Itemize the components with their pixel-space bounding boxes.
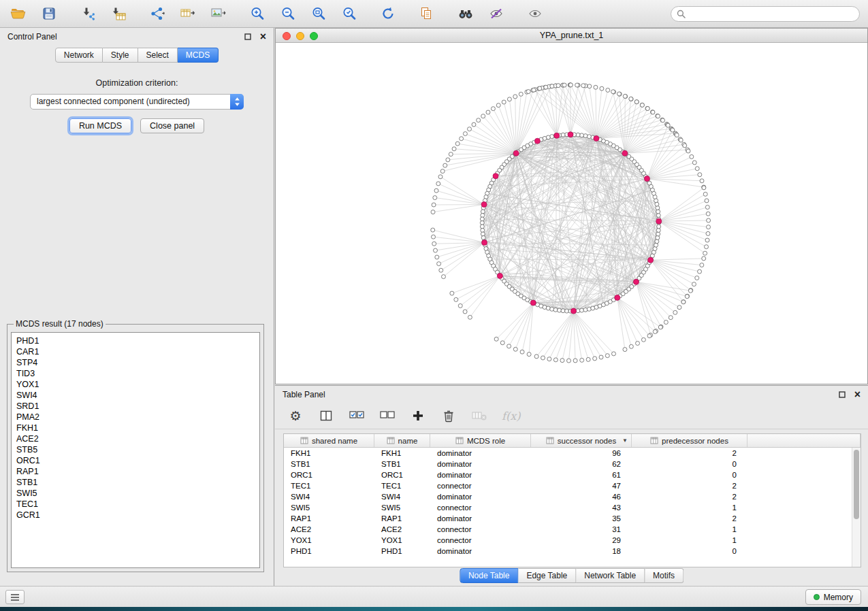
delete-row-button[interactable] [440, 407, 457, 425]
show-panels-button[interactable] [5, 590, 25, 604]
table-row[interactable]: ORC1ORC1dominator610 [284, 469, 852, 480]
import-table-button[interactable] [108, 4, 129, 23]
float-panel-icon[interactable] [244, 33, 251, 40]
table-cell: dominator [430, 547, 531, 555]
close-table-panel-icon[interactable]: × [854, 389, 861, 400]
mcds-result-item[interactable]: SWI5 [16, 488, 255, 499]
refresh-view-button[interactable] [378, 4, 398, 23]
criterion-selected-value: largest connected component (undirected) [37, 97, 190, 106]
mcds-result-item[interactable]: RAP1 [16, 466, 255, 477]
zoom-selected-button[interactable] [339, 4, 359, 23]
mcds-result-item[interactable]: STB5 [16, 444, 255, 455]
zoom-in-button[interactable] [247, 4, 268, 23]
mcds-result-item[interactable]: STP4 [16, 357, 255, 368]
close-panel-icon[interactable]: × [260, 31, 266, 42]
column-attribute-icon [300, 437, 308, 444]
network-view-titlebar[interactable]: YPA_prune.txt_1 [276, 29, 867, 43]
table-cell: YOX1 [374, 536, 430, 544]
mcds-result-item[interactable]: FKH1 [16, 423, 255, 433]
table-row[interactable]: FKH1FKH1dominator962 [284, 448, 852, 459]
tab-edge-table[interactable]: Edge Table [518, 568, 576, 583]
scrollbar-thumb[interactable] [854, 450, 859, 519]
tab-mcds[interactable]: MCDS [178, 48, 219, 63]
zoom-window-icon[interactable] [310, 32, 318, 40]
open-session-button[interactable] [8, 4, 29, 23]
column-header-successor-nodes[interactable]: successor nodes▼ [531, 434, 632, 447]
column-header-name[interactable]: name [374, 434, 430, 447]
column-header-shared-name[interactable]: shared name [284, 434, 374, 447]
table-cell: RAP1 [284, 514, 374, 523]
select-all-button[interactable] [349, 407, 365, 425]
zoom-out-button[interactable] [278, 4, 298, 23]
network-graph[interactable] [276, 43, 867, 384]
search-field[interactable] [671, 6, 860, 22]
hide-graphics-button[interactable] [486, 4, 507, 23]
find-binoculars-button[interactable] [455, 4, 476, 23]
export-image-button[interactable] [208, 4, 229, 23]
mcds-result-item[interactable]: CAR1 [16, 346, 255, 357]
criterion-dropdown[interactable]: largest connected component (undirected) [30, 94, 244, 110]
mcds-result-item[interactable]: SRD1 [16, 401, 255, 412]
table-cell: dominator [430, 514, 531, 523]
table-cell: 29 [531, 536, 632, 544]
show-graphics-button[interactable] [525, 4, 545, 23]
memory-status-icon [814, 594, 820, 600]
search-input[interactable] [690, 9, 854, 18]
mcds-result-item[interactable]: GCR1 [16, 510, 255, 521]
mcds-result-item[interactable]: PMA2 [16, 412, 255, 423]
table-row[interactable]: RAP1RAP1dominator352 [284, 513, 852, 524]
table-scrollbar[interactable] [852, 448, 861, 567]
mcds-result-item[interactable]: SWI4 [16, 390, 255, 401]
table-row[interactable]: YOX1YOX1connector291 [284, 535, 852, 546]
column-header-predecessor-nodes[interactable]: predecessor nodes [632, 434, 748, 447]
toolbar-group [247, 4, 359, 23]
tab-network[interactable]: Network [55, 48, 103, 63]
run-mcds-button[interactable]: Run MCDS [69, 118, 131, 133]
table-row[interactable]: TEC1TEC1connector472 [284, 480, 852, 491]
zoom-fit-button[interactable] [308, 4, 329, 23]
tab-network-table[interactable]: Network Table [576, 568, 645, 583]
mcds-result-item[interactable]: YOX1 [16, 379, 255, 390]
mcds-result-item[interactable]: PHD1 [16, 335, 255, 346]
table-row[interactable]: SWI5SWI5connector431 [284, 502, 852, 513]
export-table-button[interactable] [178, 4, 198, 23]
import-network-button[interactable] [78, 4, 98, 23]
table-row[interactable]: ACE2ACE2connector311 [284, 524, 852, 535]
sort-arrow-icon[interactable]: ▼ [622, 437, 628, 444]
clone-network-button[interactable] [417, 4, 437, 23]
deselect-all-button[interactable] [379, 407, 396, 425]
split-panel-button[interactable] [318, 407, 334, 425]
table-cell: 96 [531, 449, 632, 457]
save-session-button[interactable] [39, 4, 59, 23]
panel-list-icon [10, 593, 20, 601]
memory-label: Memory [824, 593, 853, 602]
mcds-result-item[interactable]: STB1 [16, 477, 255, 488]
mcds-result-item[interactable]: ORC1 [16, 455, 255, 466]
memory-button[interactable]: Memory [805, 589, 861, 605]
tab-node-table[interactable]: Node Table [460, 568, 519, 583]
mcds-result-item[interactable]: TID3 [16, 368, 255, 379]
mcds-result-item[interactable]: TEC1 [16, 499, 255, 510]
table-row[interactable]: STB1STB1dominator620 [284, 459, 852, 469]
table-cell: PHD1 [284, 547, 374, 555]
tab-select[interactable]: Select [138, 48, 178, 63]
tab-motifs[interactable]: Motifs [645, 568, 684, 583]
network-canvas[interactable] [276, 43, 867, 384]
export-network-button[interactable] [147, 4, 167, 23]
float-table-panel-icon[interactable] [839, 391, 846, 398]
tab-style[interactable]: Style [103, 48, 138, 63]
table-row[interactable]: SWI4SWI4dominator462 [284, 491, 852, 502]
mcds-result-item[interactable]: ACE2 [16, 433, 255, 444]
close-window-icon[interactable] [283, 32, 291, 40]
minimize-window-icon[interactable] [296, 32, 304, 40]
table-cell: 1 [632, 536, 748, 544]
table-cell: RAP1 [374, 514, 430, 523]
column-settings-button[interactable]: ⚙ [287, 407, 304, 425]
close-panel-button[interactable]: Close panel [140, 118, 204, 133]
table-cell: SWI4 [284, 493, 374, 501]
table-row[interactable]: PHD1PHD1dominator180 [284, 546, 852, 557]
column-header-mcds-role[interactable]: MCDS role [430, 434, 531, 447]
mcds-result-list[interactable]: PHD1CAR1STP4TID3YOX1SWI4SRD1PMA2FKH1ACE2… [11, 332, 260, 568]
add-row-button[interactable] [410, 407, 426, 425]
table-cell: connector [430, 525, 531, 533]
